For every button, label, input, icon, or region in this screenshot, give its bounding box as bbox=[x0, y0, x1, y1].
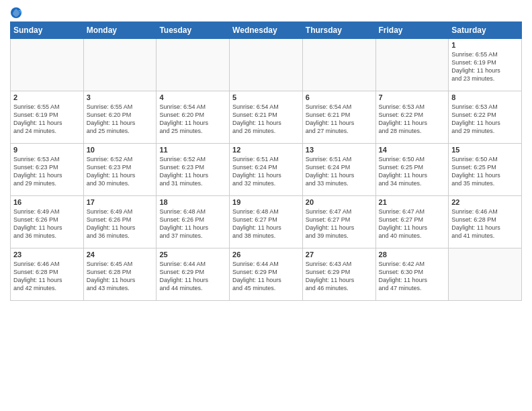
day-cell bbox=[11, 39, 84, 91]
day-cell bbox=[83, 39, 157, 91]
col-header-thursday: Thursday bbox=[302, 22, 375, 39]
day-number: 17 bbox=[87, 198, 154, 206]
day-number: 10 bbox=[87, 146, 154, 154]
day-cell: 21Sunrise: 6:47 AM Sunset: 6:27 PM Dayli… bbox=[375, 196, 449, 248]
day-info: Sunrise: 6:53 AM Sunset: 6:23 PM Dayligh… bbox=[13, 155, 81, 188]
day-cell: 3Sunrise: 6:55 AM Sunset: 6:20 PM Daylig… bbox=[83, 91, 157, 144]
day-info: Sunrise: 6:54 AM Sunset: 6:21 PM Dayligh… bbox=[306, 103, 373, 136]
day-info: Sunrise: 6:43 AM Sunset: 6:29 PM Dayligh… bbox=[306, 260, 373, 293]
day-cell: 9Sunrise: 6:53 AM Sunset: 6:23 PM Daylig… bbox=[11, 144, 84, 196]
day-cell: 4Sunrise: 6:54 AM Sunset: 6:20 PM Daylig… bbox=[157, 91, 230, 144]
day-info: Sunrise: 6:44 AM Sunset: 6:29 PM Dayligh… bbox=[232, 260, 300, 293]
day-cell: 7Sunrise: 6:53 AM Sunset: 6:22 PM Daylig… bbox=[375, 91, 449, 144]
day-number: 1 bbox=[451, 41, 519, 49]
day-info: Sunrise: 6:55 AM Sunset: 6:19 PM Dayligh… bbox=[451, 50, 519, 83]
day-number: 8 bbox=[451, 93, 519, 101]
day-number: 9 bbox=[13, 146, 81, 154]
col-header-wednesday: Wednesday bbox=[230, 22, 303, 39]
day-cell bbox=[157, 39, 230, 91]
day-cell: 22Sunrise: 6:46 AM Sunset: 6:28 PM Dayli… bbox=[449, 196, 522, 248]
day-number: 18 bbox=[159, 198, 226, 206]
day-number: 13 bbox=[306, 146, 373, 154]
day-info: Sunrise: 6:49 AM Sunset: 6:26 PM Dayligh… bbox=[87, 208, 154, 240]
day-cell: 15Sunrise: 6:50 AM Sunset: 6:25 PM Dayli… bbox=[449, 144, 522, 196]
day-cell: 26Sunrise: 6:44 AM Sunset: 6:29 PM Dayli… bbox=[230, 248, 303, 301]
day-cell: 25Sunrise: 6:44 AM Sunset: 6:29 PM Dayli… bbox=[157, 248, 230, 301]
day-cell: 2Sunrise: 6:55 AM Sunset: 6:19 PM Daylig… bbox=[11, 91, 84, 144]
day-number: 6 bbox=[306, 93, 373, 101]
week-row-2: 9Sunrise: 6:53 AM Sunset: 6:23 PM Daylig… bbox=[11, 144, 522, 196]
col-header-saturday: Saturday bbox=[449, 22, 522, 39]
day-cell: 16Sunrise: 6:49 AM Sunset: 6:26 PM Dayli… bbox=[11, 196, 84, 248]
day-number: 2 bbox=[13, 93, 81, 101]
week-row-1: 2Sunrise: 6:55 AM Sunset: 6:19 PM Daylig… bbox=[11, 91, 522, 144]
day-cell: 19Sunrise: 6:48 AM Sunset: 6:27 PM Dayli… bbox=[230, 196, 303, 248]
day-cell: 28Sunrise: 6:42 AM Sunset: 6:30 PM Dayli… bbox=[375, 248, 449, 301]
day-number: 21 bbox=[379, 198, 446, 206]
col-header-friday: Friday bbox=[375, 22, 449, 39]
day-cell bbox=[449, 248, 522, 301]
day-info: Sunrise: 6:48 AM Sunset: 6:27 PM Dayligh… bbox=[232, 208, 300, 240]
day-cell bbox=[230, 39, 303, 91]
day-info: Sunrise: 6:52 AM Sunset: 6:23 PM Dayligh… bbox=[159, 155, 226, 188]
day-info: Sunrise: 6:47 AM Sunset: 6:27 PM Dayligh… bbox=[379, 208, 446, 240]
day-cell: 13Sunrise: 6:51 AM Sunset: 6:24 PM Dayli… bbox=[302, 144, 375, 196]
col-header-monday: Monday bbox=[83, 22, 157, 39]
header-row: SundayMondayTuesdayWednesdayThursdayFrid… bbox=[11, 22, 522, 39]
day-cell: 17Sunrise: 6:49 AM Sunset: 6:26 PM Dayli… bbox=[83, 196, 157, 248]
day-info: Sunrise: 6:54 AM Sunset: 6:20 PM Dayligh… bbox=[159, 103, 226, 136]
day-cell: 20Sunrise: 6:47 AM Sunset: 6:27 PM Dayli… bbox=[302, 196, 375, 248]
day-number: 24 bbox=[87, 250, 154, 259]
day-cell: 6Sunrise: 6:54 AM Sunset: 6:21 PM Daylig… bbox=[302, 91, 375, 144]
day-info: Sunrise: 6:54 AM Sunset: 6:21 PM Dayligh… bbox=[232, 103, 300, 136]
day-number: 28 bbox=[379, 250, 446, 259]
day-cell: 27Sunrise: 6:43 AM Sunset: 6:29 PM Dayli… bbox=[302, 248, 375, 301]
day-number: 11 bbox=[159, 146, 226, 154]
day-info: Sunrise: 6:46 AM Sunset: 6:28 PM Dayligh… bbox=[13, 260, 81, 293]
day-cell bbox=[375, 39, 449, 91]
day-number: 22 bbox=[451, 198, 519, 206]
day-info: Sunrise: 6:47 AM Sunset: 6:27 PM Dayligh… bbox=[306, 208, 373, 240]
day-info: Sunrise: 6:50 AM Sunset: 6:25 PM Dayligh… bbox=[379, 155, 446, 188]
week-row-3: 16Sunrise: 6:49 AM Sunset: 6:26 PM Dayli… bbox=[11, 196, 522, 248]
day-info: Sunrise: 6:49 AM Sunset: 6:26 PM Dayligh… bbox=[13, 208, 81, 240]
day-cell: 18Sunrise: 6:48 AM Sunset: 6:26 PM Dayli… bbox=[157, 196, 230, 248]
logo bbox=[10, 7, 24, 19]
day-cell: 1Sunrise: 6:55 AM Sunset: 6:19 PM Daylig… bbox=[449, 39, 522, 91]
day-info: Sunrise: 6:45 AM Sunset: 6:28 PM Dayligh… bbox=[87, 260, 154, 293]
day-info: Sunrise: 6:51 AM Sunset: 6:24 PM Dayligh… bbox=[306, 155, 373, 188]
day-info: Sunrise: 6:44 AM Sunset: 6:29 PM Dayligh… bbox=[159, 260, 226, 293]
day-number: 7 bbox=[379, 93, 446, 101]
header bbox=[10, 7, 522, 19]
day-number: 4 bbox=[159, 93, 226, 101]
day-info: Sunrise: 6:55 AM Sunset: 6:20 PM Dayligh… bbox=[87, 103, 154, 136]
day-cell: 23Sunrise: 6:46 AM Sunset: 6:28 PM Dayli… bbox=[11, 248, 84, 301]
day-info: Sunrise: 6:50 AM Sunset: 6:25 PM Dayligh… bbox=[451, 155, 519, 188]
day-number: 3 bbox=[87, 93, 154, 101]
day-number: 23 bbox=[13, 250, 81, 259]
day-cell: 14Sunrise: 6:50 AM Sunset: 6:25 PM Dayli… bbox=[375, 144, 449, 196]
day-info: Sunrise: 6:42 AM Sunset: 6:30 PM Dayligh… bbox=[379, 260, 446, 293]
col-header-tuesday: Tuesday bbox=[157, 22, 230, 39]
day-number: 14 bbox=[379, 146, 446, 154]
day-number: 20 bbox=[306, 198, 373, 206]
day-cell: 8Sunrise: 6:53 AM Sunset: 6:22 PM Daylig… bbox=[449, 91, 522, 144]
day-number: 5 bbox=[232, 93, 300, 101]
day-info: Sunrise: 6:55 AM Sunset: 6:19 PM Dayligh… bbox=[13, 103, 81, 136]
day-info: Sunrise: 6:53 AM Sunset: 6:22 PM Dayligh… bbox=[451, 103, 519, 136]
calendar-table: SundayMondayTuesdayWednesdayThursdayFrid… bbox=[10, 21, 522, 301]
day-number: 15 bbox=[451, 146, 519, 154]
day-number: 25 bbox=[159, 250, 226, 259]
day-number: 12 bbox=[232, 146, 300, 154]
day-number: 26 bbox=[232, 250, 300, 259]
day-info: Sunrise: 6:46 AM Sunset: 6:28 PM Dayligh… bbox=[451, 208, 519, 240]
col-header-sunday: Sunday bbox=[11, 22, 84, 39]
day-cell bbox=[302, 39, 375, 91]
day-cell: 11Sunrise: 6:52 AM Sunset: 6:23 PM Dayli… bbox=[157, 144, 230, 196]
day-number: 27 bbox=[306, 250, 373, 259]
day-number: 19 bbox=[232, 198, 300, 206]
logo-icon bbox=[10, 7, 22, 19]
week-row-4: 23Sunrise: 6:46 AM Sunset: 6:28 PM Dayli… bbox=[11, 248, 522, 301]
day-info: Sunrise: 6:48 AM Sunset: 6:26 PM Dayligh… bbox=[159, 208, 226, 240]
day-cell: 10Sunrise: 6:52 AM Sunset: 6:23 PM Dayli… bbox=[83, 144, 157, 196]
